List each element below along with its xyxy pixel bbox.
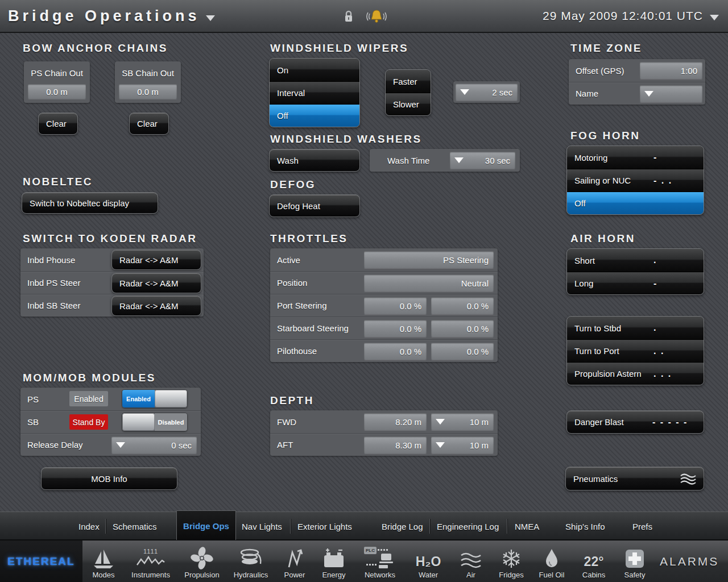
bridge-operations-screen: Bridge Operations 29 May 2009 12:40:01 U…	[0, 0, 728, 582]
switch-nobeltec-button[interactable]: Switch to Nobeltec display	[22, 192, 158, 214]
ps-toggle[interactable]: Enabled	[122, 389, 188, 408]
sb-clear-button[interactable]: Clear	[129, 113, 169, 135]
depth-fwd-range-dropdown[interactable]: 10 m	[431, 413, 494, 430]
alarms-button[interactable]: ALARMS	[660, 541, 719, 582]
dock-item-label: Safety	[624, 571, 646, 579]
fog-horn-sailing-button[interactable]: Sailing or NUC - . .	[567, 169, 704, 192]
koden-row-label: Inbd Phouse	[20, 255, 75, 265]
wiper-slower-button[interactable]: Slower	[386, 93, 431, 115]
air-horn-long-button[interactable]: Long -	[567, 272, 704, 294]
defog-heat-button[interactable]: Defog Heat	[269, 194, 360, 217]
tab-prefs[interactable]: Prefs	[632, 512, 652, 541]
depth-aft-row: AFT 8.30 m 10 m	[270, 433, 498, 456]
wiper-interval-dropdown[interactable]: 2 sec	[456, 84, 518, 101]
tab-nmea[interactable]: NMEA	[515, 512, 539, 541]
wash-button[interactable]: Wash	[269, 149, 360, 172]
tz-name-dropdown[interactable]	[640, 85, 702, 102]
tab-bar: Index Schematics Bridge Ops Nav Lights E…	[0, 512, 728, 540]
wipers-interval-button[interactable]: Interval	[270, 81, 359, 104]
dock-item-label: Networks	[365, 571, 395, 579]
tab-index[interactable]: Index	[78, 512, 100, 541]
propeller-icon	[191, 546, 213, 569]
wiper-faster-button[interactable]: Faster	[386, 70, 431, 93]
tab-exterior-lights[interactable]: Exterior Lights	[297, 512, 352, 541]
waveform-icon: 1111	[136, 546, 166, 569]
dock-item-modes[interactable]: Modes	[78, 541, 129, 582]
tab-bridge-ops[interactable]: Bridge Ops	[176, 510, 236, 541]
throttle-port-row: Port Steering 0.0 % 0.0 %	[270, 294, 498, 317]
throttles-panel: Active PS Steering Position Neutral Port…	[270, 248, 498, 362]
propulsion-astern-button[interactable]: Propulsion Astern . . .	[567, 362, 704, 385]
radar-am-switch-button[interactable]: Radar <-> A&M	[111, 296, 201, 316]
turn-to-stbd-button[interactable]: Turn to Stbd .	[567, 317, 704, 339]
wiper-speed-group: Faster Slower	[385, 69, 431, 116]
mob-info-button[interactable]: MOB Info	[41, 467, 177, 490]
ps-toggle-knob[interactable]	[155, 390, 187, 408]
water-formula-icon: H₂O	[416, 546, 441, 569]
turn-to-port-label: Turn to Port	[574, 346, 619, 356]
ps-clear-button[interactable]: Clear	[38, 113, 78, 135]
tz-offset-label: Offset (GPS)	[569, 66, 624, 76]
depth-fwd-label: FWD	[270, 417, 296, 427]
tab-nav-lights[interactable]: Nav Lights	[242, 512, 282, 541]
wash-time-dropdown[interactable]: 30 sec	[450, 152, 515, 169]
dock-item-label: Modes	[92, 571, 114, 579]
dock-item-label: Hydraulics	[234, 571, 268, 579]
cabins-temp-text: 22°	[584, 554, 604, 569]
morse-pattern: . .	[653, 346, 664, 356]
wipers-off-button[interactable]: Off	[270, 104, 359, 127]
wipers-on-button[interactable]: On	[270, 59, 359, 81]
tab-bridge-log[interactable]: Bridge Log	[382, 512, 423, 541]
tab-engineering-log[interactable]: Engineering Log	[437, 512, 499, 541]
throttle-active-label: Active	[270, 255, 300, 265]
throttle-pilothouse-row: Pilothouse 0.0 % 0.0 %	[270, 339, 498, 362]
depth-aft-range-dropdown[interactable]: 10 m	[431, 436, 494, 454]
dock-item-label: Instruments	[131, 571, 170, 579]
sb-toggle[interactable]: Disabled	[122, 413, 188, 431]
depth-aft-range-value: 10 m	[470, 440, 489, 450]
air-horn-short-button[interactable]: Short .	[567, 249, 704, 272]
air-horn-long-label: Long	[574, 278, 593, 288]
morse-pattern: .	[653, 255, 657, 265]
radar-am-switch-button[interactable]: Radar <-> A&M	[111, 250, 201, 270]
pneumatics-button[interactable]: Pneumatics	[565, 467, 704, 490]
fog-horn-off-button[interactable]: Off	[567, 192, 704, 214]
release-delay-row: Release Delay 0 sec	[20, 433, 201, 456]
dock-item-label: Cabins	[582, 571, 605, 579]
sb-toggle-knob[interactable]	[122, 413, 155, 431]
propulsion-astern-label: Propulsion Astern	[574, 369, 642, 379]
section-title-windshield-wipers: WINDSHIELD WIPERS	[270, 42, 408, 55]
throttle-port-value-2: 0.0 %	[431, 297, 494, 314]
release-delay-dropdown[interactable]: 0 sec	[111, 436, 197, 454]
dock-item-networks[interactable]: PLC Networks	[355, 541, 405, 582]
koden-row: Inbd PS Steer Radar <-> A&M	[20, 271, 204, 294]
alarm-bell-icon[interactable]	[365, 8, 388, 25]
wash-time-panel: Wash Time 30 sec	[370, 149, 520, 172]
datetime-dropdown-icon[interactable]	[710, 15, 719, 20]
dock-item-instruments[interactable]: 1111 Instruments	[126, 541, 176, 582]
dock-item-label: Energy	[322, 571, 345, 579]
ethereal-logo[interactable]: ETHEREAL	[0, 541, 82, 582]
tab-schematics[interactable]: Schematics	[113, 512, 157, 541]
title-dropdown-icon[interactable]	[206, 15, 215, 21]
danger-blast-button[interactable]: Danger Blast - - - - -	[566, 410, 704, 434]
danger-blast-label: Danger Blast	[574, 417, 624, 427]
mom-mob-panel: PS Enabled Enabled SB Stand By Disabled …	[20, 388, 201, 456]
dock-item-propulsion[interactable]: Propulsion	[177, 541, 227, 582]
throttle-pilothouse-label: Pilothouse	[270, 346, 317, 356]
morse-pattern: -	[653, 278, 657, 289]
dock-item-safety[interactable]: Safety	[610, 541, 660, 582]
morse-pattern: - - - - -	[652, 417, 688, 427]
page-title[interactable]: Bridge Operations	[8, 7, 200, 25]
pneumatics-label: Pneumatics	[573, 474, 618, 484]
dropdown-arrow-icon	[116, 442, 125, 448]
depth-panel: FWD 8.20 m 10 m AFT 8.30 m 10 m	[270, 410, 498, 456]
dock-item-energy[interactable]: Energy	[309, 541, 359, 582]
release-delay-label: Release Delay	[20, 440, 83, 450]
fog-horn-motoring-button[interactable]: Motoring -	[567, 146, 704, 169]
radar-am-switch-button[interactable]: Radar <-> A&M	[111, 273, 201, 293]
tab-ships-info[interactable]: Ship's Info	[565, 512, 605, 541]
turn-to-port-button[interactable]: Turn to Port . .	[567, 339, 704, 362]
throttle-pilothouse-value-2: 0.0 %	[431, 343, 494, 360]
dock-item-hydraulics[interactable]: Hydraulics	[226, 541, 276, 582]
